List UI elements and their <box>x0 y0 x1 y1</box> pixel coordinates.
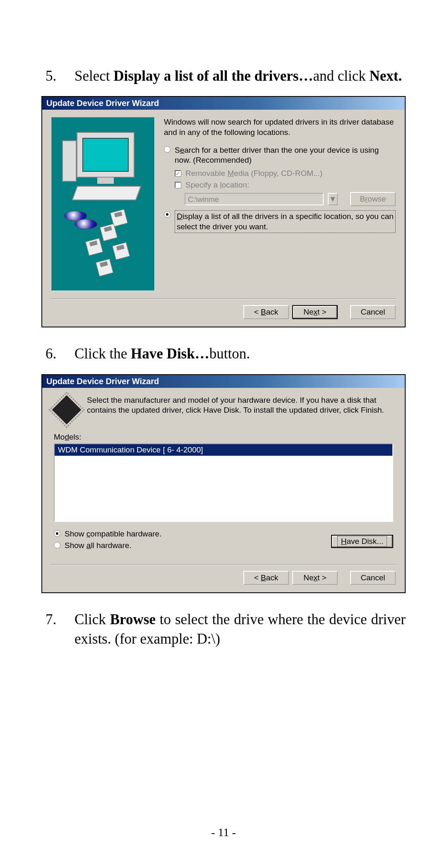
back-button[interactable]: < Back <box>243 571 289 585</box>
wizard-illustration <box>51 117 155 291</box>
step-5: 5. Select Display a list of all the driv… <box>41 66 406 86</box>
next-button[interactable]: Next > <box>292 571 338 585</box>
next-button[interactable]: Next > <box>292 305 338 319</box>
step-7-number: 7. <box>41 610 74 649</box>
models-listbox[interactable]: WDM Communication Device [ 6- 4-2000] <box>54 443 393 522</box>
step-5-text: Select Display a list of all the drivers… <box>74 66 406 86</box>
model-item-selected[interactable]: WDM Communication Device [ 6- 4-2000] <box>55 444 392 456</box>
have-disk-button[interactable]: Have Disk... <box>331 535 393 548</box>
browse-button[interactable]: Browse <box>350 192 396 206</box>
radio-show-compatible[interactable]: Show compatible hardware. <box>54 529 331 539</box>
wizard-2-titlebar: Update Device Driver Wizard <box>42 375 405 388</box>
radio-icon <box>164 146 171 153</box>
wizard-1-titlebar: Update Device Driver Wizard <box>42 97 405 110</box>
radio-icon <box>54 542 60 548</box>
wizard-2-description: Select the manufacturer and model of you… <box>87 395 393 420</box>
wizard-2: Update Device Driver Wizard Select the m… <box>41 374 406 593</box>
step-6-number: 6. <box>41 344 74 363</box>
page-number: - 11 - <box>0 826 447 839</box>
step-6-text: Click the Have Disk…button. <box>74 344 406 363</box>
radio-icon <box>54 530 60 537</box>
cancel-button[interactable]: Cancel <box>350 571 396 585</box>
back-button[interactable]: < Back <box>243 305 289 319</box>
step-5-number: 5. <box>41 66 74 86</box>
step-6: 6. Click the Have Disk…button. <box>41 344 406 363</box>
checkbox-removable-media[interactable]: Removable Media (Floppy, CD-ROM...) <box>175 169 396 178</box>
wizard-1-description: Windows will now search for updated driv… <box>164 117 396 137</box>
location-dropdown-button[interactable]: ▼ <box>328 193 338 205</box>
location-input[interactable]: C:\winme <box>185 193 324 205</box>
checkbox-specify-location[interactable]: Specify a location: <box>175 180 396 190</box>
chip-icon <box>52 395 82 424</box>
models-label: Models: <box>54 433 393 442</box>
wizard-1: Update Device Driver Wizard Windows will… <box>41 96 406 327</box>
radio-show-all[interactable]: Show all hardware. <box>54 541 331 550</box>
step-7-text: Click Browse to select the drive where t… <box>74 610 406 649</box>
radio-display-list[interactable]: Display a list of all the drivers in a s… <box>164 210 396 233</box>
cancel-button[interactable]: Cancel <box>350 305 396 319</box>
radio-search-better[interactable]: Search for a better driver than the one … <box>164 145 396 166</box>
step-7: 7. Click Browse to select the drive wher… <box>41 610 406 649</box>
radio-icon <box>164 211 171 218</box>
checkbox-icon <box>175 182 181 188</box>
checkbox-icon <box>175 170 181 177</box>
